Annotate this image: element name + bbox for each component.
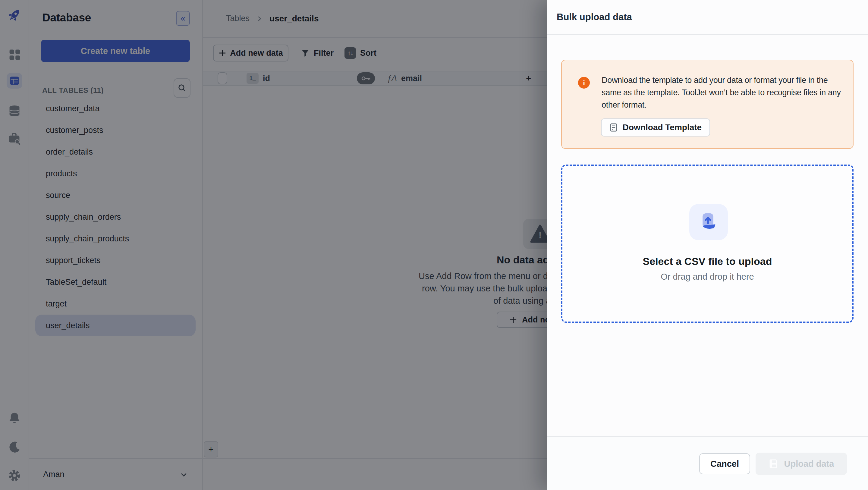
dropzone-subtitle: Or drag and drop it here [562,272,852,282]
upload-data-label: Upload data [784,459,834,469]
download-template-label: Download Template [623,123,702,132]
download-template-button[interactable]: Download Template [601,118,710,136]
drawer-header: Bulk upload data [547,0,868,35]
csv-dropzone[interactable]: Select a CSV file to upload Or drag and … [561,164,854,323]
drawer-title: Bulk upload data [557,12,632,23]
info-banner-text: Download the template to add your data o… [601,74,846,111]
upload-data-button-disabled[interactable]: Upload data [755,453,847,475]
info-icon: i [578,77,590,89]
cancel-button[interactable]: Cancel [699,453,750,474]
dropzone-title: Select a CSV file to upload [562,255,852,267]
template-file-icon [610,123,618,132]
tooljet-database-screen: Database « Create new table ALL TABLES (… [0,0,868,490]
drawer-footer: Cancel Upload data [547,436,868,490]
upload-file-icon [689,204,728,240]
bulk-upload-drawer: Bulk upload data i Download the template… [547,0,868,490]
save-disk-icon [769,458,779,469]
template-info-banner: i Download the template to add your data… [561,60,854,149]
